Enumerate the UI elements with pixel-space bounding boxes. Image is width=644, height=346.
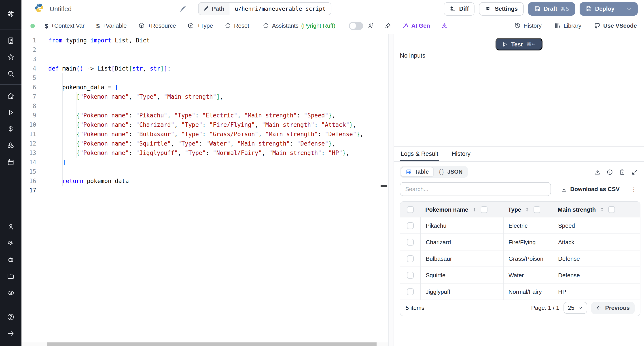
code-line-11[interactable]: 11 {"Pokemon name": "Bulbasaur", "Type":… xyxy=(22,130,388,139)
code-line-1[interactable]: 1from typing import List, Dict xyxy=(22,36,388,45)
view-toggle-table[interactable]: Table xyxy=(401,167,434,177)
history-button[interactable]: History xyxy=(514,22,542,29)
sidebar-item-folders[interactable] xyxy=(0,268,22,284)
add-context-var-button[interactable]: $ +Context Var xyxy=(45,22,84,29)
column-filter-checkbox[interactable] xyxy=(534,206,540,213)
page-size-select[interactable]: 25 xyxy=(563,302,587,314)
calendar-icon xyxy=(7,158,15,166)
row-checkbox[interactable] xyxy=(407,222,414,229)
code-line-5[interactable]: 5 xyxy=(22,73,388,83)
row-checkbox[interactable] xyxy=(407,239,414,245)
table-row[interactable]: CharizardFire/FlyingAttack xyxy=(400,233,640,250)
code-line-12[interactable]: 12 {"Pokemon name": "Squirtle", "Type": … xyxy=(22,139,388,148)
table-cell: Pikachu xyxy=(420,217,503,233)
code-line-10[interactable]: 10 {"Pokemon name": "Charizard", "Type":… xyxy=(22,120,388,130)
path-value[interactable]: u/henri/maneuverable_script xyxy=(230,3,331,15)
sidebar-item-help[interactable] xyxy=(0,309,22,325)
download-icon xyxy=(561,186,567,192)
multiplayer-toggle[interactable] xyxy=(349,22,363,30)
deploy-dropdown-button[interactable] xyxy=(622,2,632,15)
test-button[interactable]: Test ⌘↵ xyxy=(496,38,542,50)
add-type-button[interactable]: +Type xyxy=(188,22,213,29)
column-filter-checkbox[interactable] xyxy=(481,206,488,213)
table-row[interactable]: SquirtleWaterDefense xyxy=(400,267,640,283)
tab-history[interactable]: History xyxy=(451,147,471,161)
sidebar-item-schedules[interactable] xyxy=(0,154,22,170)
panel-splitter[interactable] xyxy=(388,34,394,346)
sidebar-item-audit-logs[interactable] xyxy=(0,284,22,301)
draft-button[interactable]: Draft ⌘S xyxy=(528,2,575,15)
column-filter-checkbox[interactable] xyxy=(608,206,615,213)
sidebar-item-workspace[interactable] xyxy=(0,32,22,49)
home-icon xyxy=(7,92,15,100)
view-toggle-json[interactable]: {} JSON xyxy=(434,168,467,176)
dollar-icon xyxy=(7,125,15,133)
ai-sparkles-button[interactable] xyxy=(441,22,448,29)
table-row[interactable]: JigglypuffNormal/FairyHP xyxy=(400,283,640,300)
history-label: History xyxy=(524,22,542,29)
ai-gen-button[interactable]: AI Gen xyxy=(402,22,430,29)
editor-horizontal-scrollbar[interactable] xyxy=(22,343,388,346)
code-line-14[interactable]: 14 ] xyxy=(22,158,388,167)
code-line-17[interactable]: 17 xyxy=(22,186,388,195)
path-label-chip[interactable]: Path xyxy=(198,3,230,15)
assistants-button[interactable]: Assistants (Pyright Ruff) xyxy=(262,22,335,29)
row-checkbox[interactable] xyxy=(407,288,414,295)
expand-icon[interactable] xyxy=(632,169,638,175)
sidebar-item-search[interactable] xyxy=(0,65,22,82)
sort-icon[interactable] xyxy=(525,206,530,212)
table-row[interactable]: BulbasaurGrass/PoisonDefense xyxy=(400,250,640,267)
code-line-3[interactable]: 3 xyxy=(22,54,388,64)
tab-logs-result[interactable]: Logs & Result xyxy=(400,147,439,161)
sidebar-item-users[interactable] xyxy=(0,218,22,235)
download-icon[interactable] xyxy=(594,169,600,175)
scrollbar-thumb[interactable] xyxy=(47,343,376,346)
more-options-kebab-icon[interactable]: ⋮ xyxy=(630,186,637,192)
code-line-7[interactable]: 7 ["Pokemon name", "Type", "Main strengt… xyxy=(22,92,388,101)
code-editor[interactable]: 1from typing import List, Dict234def mai… xyxy=(22,34,388,346)
sidebar-item-resources[interactable] xyxy=(0,137,22,154)
diff-button[interactable]: Diff xyxy=(444,2,474,15)
add-variable-button[interactable]: $ +Variable xyxy=(96,22,126,29)
row-checkbox[interactable] xyxy=(407,272,414,278)
library-button[interactable]: Library xyxy=(554,22,582,29)
sidebar-item-favorites[interactable] xyxy=(0,49,22,65)
code-line-8[interactable]: 8 xyxy=(22,101,388,111)
sort-icon[interactable] xyxy=(472,206,477,212)
multiplayer-users-button[interactable] xyxy=(367,22,374,29)
line-number: 2 xyxy=(22,45,45,54)
info-icon[interactable] xyxy=(606,169,613,175)
code-line-6[interactable]: 6 pokemon_data = [ xyxy=(22,83,388,92)
reset-button[interactable]: Reset xyxy=(224,22,249,29)
sort-icon[interactable] xyxy=(599,206,605,212)
download-csv-button[interactable]: Download as CSV xyxy=(561,186,620,192)
sidebar-item-settings[interactable] xyxy=(0,235,22,251)
settings-button[interactable]: Settings xyxy=(479,2,524,15)
table-row[interactable]: PikachuElectricSpeed xyxy=(400,217,640,233)
select-all-checkbox[interactable] xyxy=(407,206,414,213)
code-line-4[interactable]: 4def main() -> List[Dict[str, str]]: xyxy=(22,64,388,73)
code-line-16[interactable]: 16 return pokemon_data xyxy=(22,176,388,186)
path-field[interactable]: Path u/henri/maneuverable_script xyxy=(198,2,332,15)
previous-page-button[interactable]: Previous xyxy=(591,302,634,314)
sidebar-item-home[interactable] xyxy=(0,88,22,104)
sidebar-item-variables[interactable] xyxy=(0,121,22,137)
code-line-15[interactable]: 15 xyxy=(22,167,388,176)
line-content: {"Pokemon name": "Charizard", "Type": "F… xyxy=(45,120,356,130)
use-vscode-button[interactable]: Use VScode xyxy=(594,22,637,29)
result-search-input[interactable] xyxy=(400,182,551,196)
format-code-button[interactable] xyxy=(384,22,391,29)
sidebar-item-runs[interactable] xyxy=(0,104,22,121)
edit-summary-pencil-icon[interactable] xyxy=(179,5,186,12)
sidebar-item-workers[interactable] xyxy=(0,251,22,268)
line-number: 11 xyxy=(22,130,45,139)
add-resource-button[interactable]: +Resource xyxy=(138,22,176,29)
code-line-9[interactable]: 9 {"Pokemon name": "Pikachu", "Type": "E… xyxy=(22,111,388,120)
code-line-13[interactable]: 13 {"Pokemon name": "Jigglypuff", "Type"… xyxy=(22,148,388,158)
windmill-logo-icon[interactable] xyxy=(0,5,22,22)
code-line-2[interactable]: 2 xyxy=(22,45,388,54)
copy-clipboard-icon[interactable] xyxy=(619,169,626,175)
row-checkbox[interactable] xyxy=(407,255,414,262)
deploy-button[interactable]: Deploy xyxy=(580,2,638,15)
sidebar-expand-button[interactable] xyxy=(0,325,22,342)
